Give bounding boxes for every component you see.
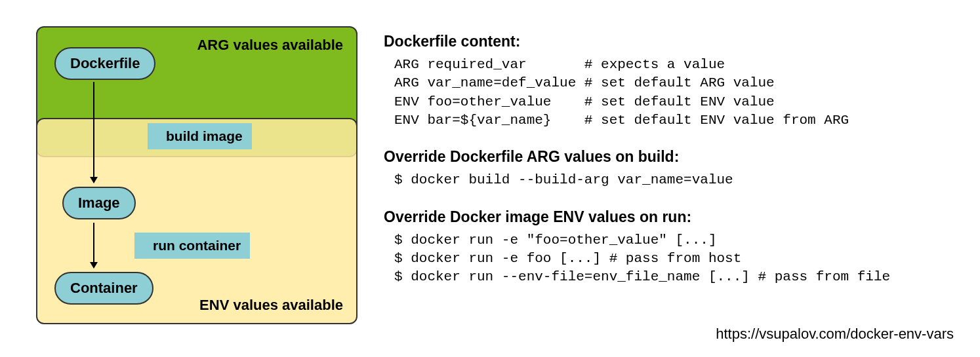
- arrow-image-to-container: [93, 223, 94, 267]
- build-image-tag: build image: [148, 123, 252, 149]
- arrow-left-icon: [134, 233, 149, 259]
- dockerfile-node: Dockerfile: [54, 47, 155, 80]
- arrow-left-icon: [148, 123, 162, 149]
- override-env-section: Override Docker image ENV values on run:…: [384, 208, 961, 287]
- text-content-area: Dockerfile content: ARG required_var # e…: [384, 33, 961, 305]
- override-arg-section: Override Dockerfile ARG values on build:…: [384, 148, 961, 189]
- arg-scope-label: ARG values available: [197, 37, 343, 54]
- build-image-label: build image: [162, 123, 252, 149]
- arrow-dockerfile-to-image: [93, 82, 94, 182]
- image-node: Image: [62, 187, 136, 219]
- section-title: Override Docker image ENV values on run:: [384, 208, 961, 226]
- code-block: $ docker run -e "foo=other_value" [...] …: [384, 231, 961, 287]
- code-block: $ docker build --build-arg var_name=valu…: [384, 171, 961, 189]
- code-block: ARG required_var # expects a value ARG v…: [384, 56, 961, 130]
- section-title: Dockerfile content:: [384, 33, 961, 50]
- run-container-tag: run container: [134, 233, 250, 259]
- source-link: https://vsupalov.com/docker-env-vars: [716, 326, 954, 343]
- diagram-area: ARG values available ENV values availabl…: [36, 26, 364, 328]
- run-container-label: run container: [149, 233, 250, 259]
- env-scope-label: ENV values available: [199, 297, 343, 314]
- container-node: Container: [54, 272, 153, 305]
- dockerfile-content-section: Dockerfile content: ARG required_var # e…: [384, 33, 961, 130]
- section-title: Override Dockerfile ARG values on build:: [384, 148, 961, 166]
